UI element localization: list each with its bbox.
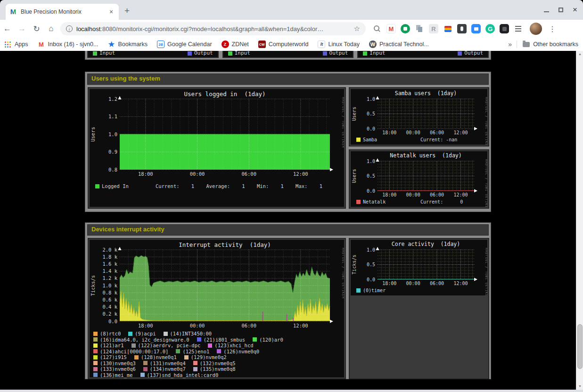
new-tab-button[interactable]: +: [124, 6, 130, 16]
apps-grid-icon[interactable]: [5, 41, 11, 48]
input-label: Input: [99, 51, 115, 56]
bookmark-item[interactable]: ZZDNet: [222, 41, 249, 48]
dark-extension-icon[interactable]: [500, 24, 509, 33]
bookmark-item[interactable]: MInbox (16) - sjvn0...: [38, 41, 99, 48]
legend-swatch: [93, 361, 98, 365]
legend-label: (9)acpi: [135, 331, 156, 336]
bookmarks-overflow-icon[interactable]: »: [508, 41, 512, 48]
legend-label: (128)nvme0q1: [141, 354, 177, 360]
legend-label: (135)nvme0q8: [200, 366, 236, 372]
svg-text:2.0 k: 2.0 k: [102, 247, 117, 253]
navigation-bar: ← → ↻ ⌂ i localhost:8080/monitorix-cgi/m…: [0, 20, 583, 38]
tab-title: Blue Precision Monitorix: [21, 8, 104, 15]
site-info-icon[interactable]: i: [66, 25, 73, 32]
cal-favicon: 28: [157, 41, 164, 48]
legend-swatch: [164, 332, 168, 336]
wp-favicon: W: [369, 41, 377, 48]
svg-text:12:00: 12:00: [453, 192, 468, 197]
bookmark-item[interactable]: WPractical Technol...: [369, 41, 429, 48]
legend-label: (134)nvme0q7: [150, 366, 186, 372]
grammarly-icon[interactable]: G: [485, 24, 495, 33]
svg-text:M: M: [10, 8, 16, 16]
svg-text:18:00: 18:00: [382, 130, 396, 135]
bookmark-label: Bookmarks: [118, 41, 148, 48]
minimize-button[interactable]: [544, 11, 549, 12]
gmail-icon[interactable]: M: [386, 24, 396, 33]
scrollbar-thumb[interactable]: [577, 324, 583, 369]
books-icon[interactable]: [443, 24, 452, 33]
bookmark-apps[interactable]: Apps: [15, 41, 28, 48]
legend-label: (130)nvme0q3: [100, 360, 136, 366]
legend-swatch: [93, 367, 98, 371]
svg-text:Users: Users: [352, 169, 357, 183]
legend-swatch: [93, 355, 98, 359]
vertical-scrollbar[interactable]: ▲ ▼: [576, 51, 583, 390]
r-extension-icon[interactable]: R: [429, 24, 438, 33]
svg-text:1.1: 1.1: [108, 114, 117, 119]
bookmarks-bar: Apps MInbox (16) - sjvn0...★Bookmarks28G…: [0, 38, 583, 51]
legend-label: (129)nvme0q2: [191, 354, 227, 360]
svg-text:1.0: 1.0: [367, 159, 375, 164]
url-host: localhost: [76, 25, 100, 33]
svg-text:1.0: 1.0: [367, 247, 375, 253]
bookmark-item[interactable]: 28Google Calendar: [157, 41, 212, 48]
core-activity-chart: 1.00.50.018:0000:0006:0012:00Core activi…: [351, 240, 487, 295]
home-icon[interactable]: ⌂: [44, 24, 58, 33]
svg-text:0.5: 0.5: [367, 111, 375, 116]
scroll-down-icon[interactable]: ▼: [576, 383, 583, 390]
tab-strip: M Blue Precision Monitorix × + ×: [0, 0, 583, 20]
legend-swatch: [176, 349, 180, 353]
maximize-button[interactable]: [558, 8, 563, 12]
forward-icon[interactable]: →: [15, 24, 29, 33]
voice-icon[interactable]: [401, 24, 410, 33]
legend-label: (136)mei_me: [100, 372, 133, 378]
svg-text:Users logged in (1day): Users logged in (1day): [184, 90, 265, 98]
legend-item: (16)idma64.0, i2c_designware.0: [93, 337, 189, 343]
monitorix-favicon: M: [9, 8, 17, 16]
output-swatch: [323, 51, 327, 56]
bookmark-item[interactable]: ltLinux Today: [318, 41, 360, 48]
bookmark-item[interactable]: CWComputerworld: [258, 41, 309, 48]
svg-text:0.9: 0.9: [108, 149, 117, 155]
svg-text:0.0: 0.0: [367, 277, 375, 282]
legend-label: (123)xhci_hcd: [214, 343, 253, 348]
legend-swatch: [208, 343, 212, 348]
svg-text:12:00: 12:00: [293, 171, 308, 177]
zoom-camera-icon[interactable]: [471, 24, 481, 33]
back-icon[interactable]: ←: [0, 24, 15, 33]
reload-icon[interactable]: ↻: [29, 24, 44, 34]
legend-label: (137)snd_hda_intel:card0: [147, 372, 219, 378]
legend-item: (123)xhci_hcd: [208, 343, 253, 348]
browser-menu-icon[interactable]: ⋮: [548, 24, 557, 33]
legend-label: (124)ahci[0000:00:17.0]: [100, 349, 168, 354]
copy-pages-icon[interactable]: [415, 24, 424, 33]
playlist-icon[interactable]: [514, 24, 523, 33]
legend-swatch: [197, 337, 201, 342]
bookmark-star-icon[interactable]: ☆: [354, 24, 360, 33]
lamp-icon[interactable]: [457, 24, 467, 33]
svg-text:Current: 1 Average: 1: Current: 1 Average: 1 Min: 1 Max: 1: [156, 183, 322, 189]
core-activity-panel: 1.00.50.018:0000:0006:0012:00Core activi…: [349, 238, 489, 379]
svg-text:0.0: 0.0: [108, 318, 117, 324]
svg-text:06:00: 06:00: [241, 323, 256, 328]
svg-text:06:00: 06:00: [241, 171, 256, 177]
svg-text:RRDTOOL / TOBI OETIKER: RRDTOOL / TOBI OETIKER: [341, 97, 344, 148]
profile-avatar[interactable]: [530, 23, 542, 35]
browser-tab[interactable]: M Blue Precision Monitorix ×: [6, 4, 119, 20]
scroll-up-icon[interactable]: ▲: [576, 51, 583, 57]
search-icon[interactable]: [372, 24, 382, 33]
address-bar[interactable]: i localhost:8080/monitorix-cgi/monitorix…: [60, 22, 366, 35]
bookmark-item[interactable]: ★Bookmarks: [108, 41, 148, 48]
legend-swatch: [143, 367, 148, 371]
legend-label: (122)aerdrv, pcie-dpc: [138, 343, 201, 348]
network-section-cutoff: InputOutputInputOutputInputOutput: [85, 51, 491, 60]
legend-swatch: [184, 355, 189, 359]
legend-label: (131)nvme0q4: [150, 360, 186, 366]
other-bookmarks[interactable]: Other bookmarks: [523, 41, 578, 48]
legend-item: (128)nvme0q1: [134, 354, 177, 360]
tab-close-button[interactable]: ×: [107, 8, 115, 16]
legend-item: (121)ar1: [93, 343, 124, 348]
legend-item: (124)ahci[0000:00:17.0]: [93, 349, 168, 354]
input-swatch: [93, 51, 97, 56]
close-button[interactable]: ×: [573, 7, 577, 13]
